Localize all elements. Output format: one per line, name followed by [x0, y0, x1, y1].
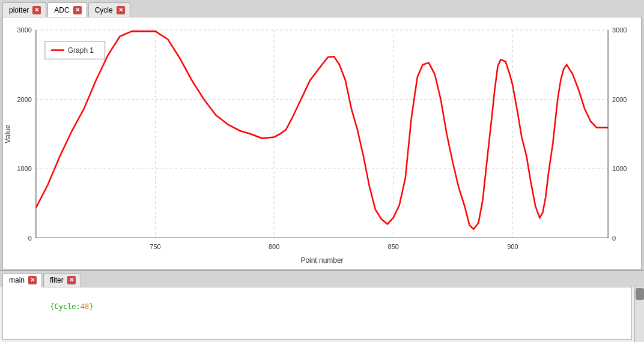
- svg-text:2000: 2000: [17, 95, 32, 103]
- tab-adc-label: ADC: [54, 6, 69, 14]
- tab-adc[interactable]: ADC ✕: [47, 2, 87, 17]
- svg-text:0: 0: [612, 234, 616, 241]
- tab-filter-close[interactable]: ✕: [67, 276, 76, 284]
- svg-text:2000: 2000: [612, 95, 627, 103]
- console-area[interactable]: {Cycle:48} [18:50:50.301]Rx<- {ADC:1853}…: [2, 287, 632, 340]
- svg-text:900: 900: [507, 243, 518, 250]
- svg-text:3000: 3000: [612, 26, 627, 34]
- svg-text:Point number: Point number: [300, 256, 343, 265]
- svg-text:Value: Value: [4, 124, 12, 143]
- bottom-tab-bar: main ✕ filter ✕: [0, 271, 644, 287]
- svg-text:850: 850: [388, 243, 399, 250]
- console-line-2: [7, 325, 628, 336]
- tab-filter-label: filter: [50, 276, 64, 284]
- tab-cycle-label: Cycle: [95, 6, 113, 14]
- tab-main[interactable]: main ✕: [2, 273, 42, 287]
- chart-svg: 0 1000 2000 3000 0 1000 2000 3000 750 80…: [3, 17, 641, 269]
- svg-text:1000: 1000: [612, 165, 627, 172]
- bottom-panel: main ✕ filter ✕ {Cycle:48} [18:50:50.301…: [0, 270, 644, 342]
- console-line-3: [18:50:50.301]Rx<- {ADC:1853}: [7, 336, 628, 340]
- tab-plotter[interactable]: plotter ✕: [2, 2, 46, 17]
- svg-text:1000: 1000: [17, 165, 32, 172]
- svg-text:800: 800: [269, 243, 279, 250]
- tab-plotter-close[interactable]: ✕: [32, 6, 41, 14]
- app-container: plotter ✕ ADC ✕ Cycle ✕: [0, 0, 644, 342]
- tab-adc-close[interactable]: ✕: [73, 6, 82, 14]
- console-line-1: {Cycle:48}: [7, 290, 628, 325]
- svg-text:3000: 3000: [17, 26, 32, 34]
- tab-filter[interactable]: filter ✕: [43, 273, 81, 287]
- svg-text:750: 750: [150, 243, 160, 250]
- tab-cycle[interactable]: Cycle ✕: [88, 2, 130, 17]
- svg-text:Graph 1: Graph 1: [68, 46, 94, 55]
- tab-cycle-close[interactable]: ✕: [117, 6, 125, 14]
- tab-plotter-label: plotter: [9, 6, 29, 14]
- svg-text:0: 0: [28, 234, 32, 241]
- top-tab-bar: plotter ✕ ADC ✕ Cycle ✕: [0, 0, 644, 17]
- tab-main-close[interactable]: ✕: [28, 276, 37, 284]
- tab-main-label: main: [9, 276, 25, 284]
- chart-container: 0 1000 2000 3000 0 1000 2000 3000 750 80…: [2, 17, 642, 270]
- console-scrollbar[interactable]: [634, 287, 644, 342]
